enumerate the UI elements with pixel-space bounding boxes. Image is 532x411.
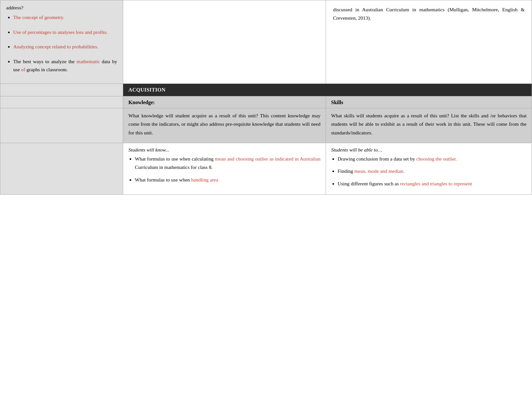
- students-know-cell: Students will know... What formulas to u…: [123, 143, 326, 194]
- list-item-4-black: The best ways to analyze the: [13, 59, 76, 64]
- skills-header: Skills: [326, 96, 532, 108]
- list-item-4: The best ways to analyze the mathematic …: [13, 57, 117, 74]
- students-able-cell: Students will be able to… Drawing conclu…: [326, 143, 532, 194]
- left-spacer: [0, 83, 123, 96]
- students-able-list: Drawing conclusion from a data set by ch…: [326, 155, 532, 194]
- able-item-2-black: Finding: [338, 168, 354, 174]
- skills-body: What skills will students acquire as a r…: [326, 108, 532, 143]
- able-item-2-red: mean, mode and median.: [354, 168, 404, 174]
- left-spacer3: [0, 108, 123, 143]
- know-item-1-to: to: [166, 156, 170, 161]
- left-spacer2: [0, 96, 123, 108]
- able-item-2: Finding mean, mode and median.: [338, 167, 527, 175]
- able-item-1: Drawing conclusion from a data set by ch…: [338, 155, 527, 163]
- know-item-2-red: handling area: [191, 177, 218, 182]
- address-text: address?: [6, 5, 117, 11]
- list-item-2: Use of percentages to analyses loss and …: [13, 28, 117, 36]
- knowledge-body: What knowledge will student acquire as a…: [123, 108, 326, 143]
- acquisition-header: ACQUISITION: [123, 83, 532, 96]
- know-item-1-black: What formulas: [135, 156, 166, 161]
- list-item-4-black3: graphs in classroom.: [25, 67, 68, 72]
- able-item-1-black: Drawing conclusion from a data set by: [338, 156, 416, 161]
- list-item-3: Analyzing concept related to probabiliti…: [13, 43, 117, 51]
- list-item-4-red2: of: [21, 67, 25, 72]
- students-able-label: Students will be able to…: [326, 143, 532, 155]
- know-item-1-red: mean and choosing outlier as indicated i…: [215, 156, 320, 161]
- list-item-4-red1: mathematic: [76, 59, 100, 64]
- students-know-list: What formulas to use when calculating me…: [123, 155, 326, 191]
- students-know-label: Students will know...: [123, 143, 326, 155]
- list-item-1: The concept of geometry.: [13, 13, 117, 22]
- left-spacer4: [0, 143, 123, 194]
- know-item-1: What formulas to use when calculating me…: [135, 155, 320, 172]
- list-item-2-text: Use of percentages to analyses loss and …: [13, 29, 108, 35]
- able-item-3-black: Using different figures such as: [338, 181, 400, 186]
- able-item-1-red: choosing the outlier.: [416, 156, 457, 161]
- list-item-3-text: Analyzing concept related to probabiliti…: [13, 44, 98, 49]
- able-item-3-red: rectangles and triangles to represent: [400, 181, 472, 186]
- knowledge-header: Knowledge:: [123, 96, 326, 108]
- know-item-1-black2: use when calculating: [170, 156, 215, 161]
- right-top-text: discussed in Australian Curriculum in ma…: [333, 5, 525, 23]
- know-item-1-black3: Curriculum in mathematics for class 8.: [135, 164, 212, 170]
- able-item-3: Using different figures such as rectangl…: [338, 180, 527, 188]
- know-item-2: What formulas to use when handling area: [135, 176, 320, 184]
- know-item-2-black: What formulas to use when: [135, 177, 191, 182]
- list-item-1-text: The concept of geometry.: [13, 15, 64, 20]
